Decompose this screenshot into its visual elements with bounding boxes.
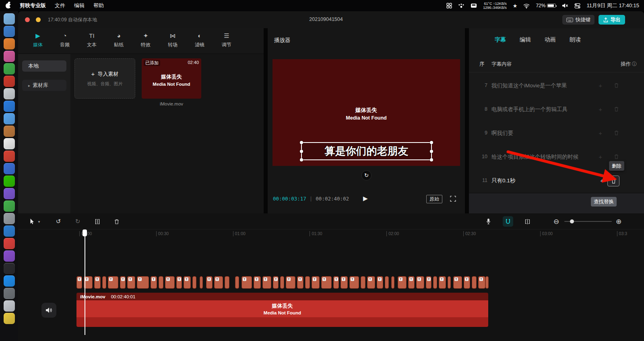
delete-subtitle-icon[interactable] — [614, 154, 619, 159]
zoom-out-icon[interactable]: ⊖ — [551, 216, 561, 227]
subtitle-clip[interactable] — [102, 276, 106, 289]
subtitle-clip[interactable] — [472, 276, 477, 289]
control-center-icon[interactable] — [574, 3, 580, 9]
dock-icon[interactable] — [4, 263, 15, 274]
dock-icon[interactable] — [4, 63, 15, 74]
import-media-button[interactable]: +导入素材 视频、音频、图片 — [74, 58, 135, 99]
subtitle-clip[interactable] — [151, 276, 157, 289]
subtitle-clip[interactable] — [225, 276, 229, 289]
display-icon[interactable] — [471, 3, 477, 8]
wifi-icon[interactable] — [523, 3, 530, 8]
dock-icon[interactable] — [4, 151, 15, 162]
menu-datetime[interactable]: 11月9日 周二 17:40:15 — [586, 2, 639, 9]
preview-axis-icon[interactable] — [522, 216, 533, 227]
menu-edit[interactable]: 编辑 — [74, 2, 85, 9]
text-overlay-selection[interactable]: 算是你们的老朋友 — [301, 142, 432, 160]
subtitle-clip[interactable] — [214, 276, 223, 289]
resize-handle[interactable] — [430, 158, 433, 161]
resize-handle[interactable] — [300, 150, 303, 153]
export-button[interactable]: 导出 — [599, 15, 625, 25]
dock-icon[interactable] — [4, 126, 15, 137]
delete-subtitle-icon[interactable] — [614, 106, 619, 112]
subtitle-clip[interactable] — [137, 276, 149, 289]
subtitle-clip[interactable] — [108, 276, 118, 289]
subtitle-clip[interactable] — [391, 276, 394, 289]
resize-handle[interactable] — [300, 158, 303, 161]
menu-help[interactable]: 帮助 — [93, 2, 104, 9]
subtitle-clip[interactable] — [439, 276, 446, 289]
subtitle-clip[interactable] — [433, 276, 437, 289]
subtitle-clip[interactable] — [341, 276, 348, 289]
subtitle-clip[interactable] — [280, 276, 284, 289]
dock-icon[interactable] — [4, 163, 15, 174]
info-icon[interactable]: ⓘ — [632, 61, 637, 68]
subtitle-clip[interactable] — [426, 276, 431, 289]
tab-text[interactable]: TI文本 — [83, 32, 100, 54]
subtitle-clip[interactable] — [206, 276, 213, 289]
tab-reading[interactable]: 朗读 — [570, 36, 581, 51]
magnet-icon[interactable] — [503, 216, 513, 227]
dock-icon[interactable] — [4, 188, 15, 199]
tab-animation[interactable]: 动画 — [545, 36, 556, 51]
zoom-slider-knob[interactable] — [570, 219, 574, 223]
dock-icon[interactable] — [4, 213, 15, 224]
apple-menu-icon[interactable] — [6, 3, 11, 8]
dock-icon[interactable] — [4, 138, 15, 149]
fullscreen-icon[interactable] — [450, 196, 456, 202]
star-icon[interactable]: ★ — [513, 3, 518, 9]
tab-edit[interactable]: 编辑 — [520, 36, 531, 51]
subtitle-clip[interactable] — [254, 276, 261, 289]
record-audio-icon[interactable] — [483, 216, 493, 227]
dock-icon[interactable] — [4, 38, 15, 50]
resize-handle[interactable] — [300, 141, 303, 144]
subtitle-clip[interactable] — [120, 276, 126, 289]
dock-icon[interactable] — [4, 238, 15, 249]
subtitle-clip[interactable] — [273, 276, 279, 289]
dock-icon[interactable] — [4, 101, 15, 112]
subtitle-clip[interactable] — [367, 276, 375, 289]
dock-icon[interactable] — [4, 51, 15, 62]
playhead-handle[interactable] — [83, 229, 87, 236]
dock-icon[interactable] — [4, 200, 15, 212]
video-preview[interactable]: 媒体丢失 Media Not Found 算是你们的老朋友 — [272, 59, 460, 166]
subtitle-clip[interactable] — [478, 276, 485, 289]
subtitle-clip[interactable] — [176, 276, 182, 289]
media-clip-thumbnail[interactable]: 已添加 02:40 媒体丢失 Media Not Found — [142, 58, 201, 99]
subtitle-clip[interactable] — [333, 276, 339, 289]
subtitle-clip[interactable] — [192, 276, 196, 289]
subtitle-row-active[interactable]: 11 只有0.1秒 + — [469, 169, 644, 193]
dock-icon[interactable] — [4, 88, 15, 99]
rotate-handle-icon[interactable]: ↻ — [362, 171, 371, 180]
delete-button[interactable] — [111, 216, 122, 227]
subtitle-clip[interactable] — [200, 276, 203, 289]
tab-sticker[interactable]: ◕贴纸 — [110, 32, 127, 54]
tab-media[interactable]: ▶媒体 — [29, 32, 46, 54]
subtitle-clip[interactable] — [159, 276, 163, 289]
resize-handle[interactable] — [430, 141, 433, 144]
dock-icon[interactable] — [4, 225, 15, 237]
close-window-button[interactable] — [25, 17, 30, 22]
subtitle-clip[interactable] — [448, 276, 451, 289]
find-replace-button[interactable]: 查找替换 — [591, 197, 617, 207]
subtitle-clip[interactable] — [349, 276, 359, 289]
timeline-ruler[interactable]: 00:0000:3001:0001:3002:0002:3003:0003:3 — [18, 229, 644, 238]
shortcuts-button[interactable]: 快捷键 — [562, 15, 594, 25]
mute-track-button[interactable] — [41, 303, 56, 318]
subtitle-clip[interactable] — [416, 276, 424, 289]
tab-audio[interactable]: ◔音频 — [56, 32, 73, 54]
subtitle-clip[interactable] — [286, 276, 295, 289]
subtitle-clip[interactable] — [312, 276, 320, 289]
battery-indicator[interactable]: 72% — [536, 3, 556, 8]
subtitle-clip[interactable] — [76, 276, 82, 289]
select-tool-button[interactable]: ▾ — [23, 216, 47, 227]
subtitle-clip[interactable] — [184, 276, 191, 289]
subtitle-clip[interactable] — [398, 276, 407, 289]
subtitle-clip[interactable] — [262, 276, 271, 289]
dock-icon[interactable] — [4, 176, 15, 187]
add-subtitle-icon[interactable]: + — [599, 82, 602, 89]
subtitle-clip[interactable] — [453, 276, 462, 289]
sidebar-item-local[interactable]: 本地 — [22, 60, 66, 72]
add-subtitle-icon[interactable]: + — [599, 153, 602, 160]
playhead[interactable] — [85, 229, 85, 335]
subtitle-clip[interactable] — [165, 276, 175, 289]
